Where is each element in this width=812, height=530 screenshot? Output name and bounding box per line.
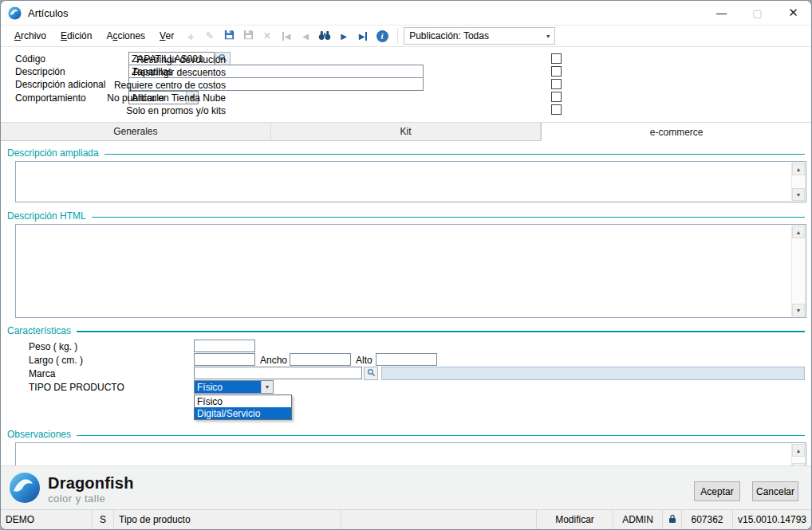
cancelar-button[interactable]: Cancelar: [752, 481, 798, 501]
first-record-icon: ◀: [282, 32, 291, 41]
scroll-up-button[interactable]: ▲: [792, 444, 805, 457]
peso-input[interactable]: [194, 340, 255, 352]
arrow-down-icon: ▼: [796, 308, 802, 313]
menu-ver[interactable]: Ver: [152, 27, 181, 45]
descripcion-ampliada-textarea[interactable]: ▲ ▼: [15, 161, 806, 202]
scrollbar[interactable]: ▲ ▼: [791, 163, 805, 201]
menu-acciones[interactable]: Acciones: [99, 27, 152, 45]
tab-kit[interactable]: Kit: [271, 123, 542, 141]
prev-record-button[interactable]: ◀: [296, 26, 315, 45]
solo-promos-kits-label: Solo en promos y/o kits: [1, 105, 226, 116]
binoculars-icon: [318, 29, 331, 43]
tipo-producto-value: Físico: [195, 381, 261, 393]
brand-block: Dragonfish color y talle: [9, 472, 134, 506]
menu-label: dición: [67, 30, 92, 41]
section-rule: [104, 154, 805, 155]
maximize-button[interactable]: ▢: [739, 1, 775, 25]
info-button[interactable]: i: [372, 26, 392, 45]
restringir-descuentos-label: Restringir descuentos: [1, 67, 226, 78]
status-mode: Modificar: [537, 510, 613, 529]
scroll-up-button[interactable]: ▲: [792, 226, 805, 238]
section-rule: [77, 331, 805, 332]
alto-input[interactable]: [376, 353, 437, 366]
delete-button[interactable]: ✕: [258, 26, 277, 45]
marca-search-button[interactable]: [364, 367, 378, 380]
save-close-button[interactable]: [238, 26, 258, 45]
search-records-button[interactable]: [315, 26, 334, 45]
scroll-up-button[interactable]: ▲: [792, 163, 805, 175]
scroll-down-button[interactable]: ▼: [792, 188, 805, 201]
observaciones-section: Observaciones: [1, 426, 811, 440]
menu-edicion[interactable]: Edición: [53, 27, 99, 45]
arrow-up-icon: ▲: [796, 167, 802, 172]
arrow-down-icon: ▼: [796, 192, 802, 198]
publication-select[interactable]: Publicación: Todas ▼: [404, 27, 555, 45]
aceptar-button[interactable]: Aceptar: [694, 481, 740, 501]
tipo-option-fisico[interactable]: Físico: [195, 395, 291, 407]
tipo-producto-dropdown: Físico Digital/Servicio: [194, 395, 292, 420]
scrollbar[interactable]: ▲ ▼: [791, 226, 805, 316]
status-record-number: 607362: [682, 510, 733, 529]
status-flag: S: [93, 510, 114, 529]
dragonfish-logo-icon: [9, 472, 41, 506]
save-disabled-icon: [242, 29, 254, 43]
no-publicar-tienda-nube-label: No publicar en Tienda Nube: [1, 92, 226, 104]
marca-input[interactable]: [194, 367, 362, 379]
caracteristicas-fields: Peso ( kg. ) Largo ( cm. ) Ancho Alto Ma…: [1, 336, 811, 426]
chevron-down-icon: ▼: [261, 381, 273, 393]
save-icon: [223, 29, 235, 43]
minimize-button[interactable]: —: [704, 1, 739, 25]
requiere-centro-costos-label: Requiere centro de costos: [1, 80, 226, 91]
descripcion-html-textarea[interactable]: ▲ ▼: [15, 224, 806, 318]
tab-generales[interactable]: Generales: [1, 123, 271, 141]
ancho-input[interactable]: [290, 353, 351, 366]
last-record-icon: ▶: [359, 32, 368, 41]
descripcion-html-label: Descripción HTML: [7, 210, 86, 222]
tab-ecommerce[interactable]: e-commerce: [541, 123, 811, 141]
last-record-button[interactable]: ▶: [353, 26, 372, 45]
restringir-devolucion-label: Restringir devolución: [1, 54, 226, 65]
ecommerce-tab-panel: Descripción ampliada ▲ ▼ Descripción HTM…: [1, 141, 811, 477]
arrow-up-icon: ▲: [796, 230, 802, 235]
descripcion-html-section: Descripción HTML: [1, 202, 811, 222]
first-record-button[interactable]: ◀: [277, 26, 296, 45]
magnifier-icon: [367, 368, 376, 379]
add-button[interactable]: +: [181, 26, 200, 45]
caracteristicas-label: Características: [7, 325, 71, 336]
scroll-down-button[interactable]: ▼: [792, 304, 805, 316]
maximize-icon: ▢: [752, 7, 762, 19]
info-icon: i: [376, 30, 388, 42]
no-publicar-tienda-nube-checkbox[interactable]: [551, 92, 562, 102]
tab-strip: Generales Kit e-commerce: [1, 122, 811, 141]
tipo-producto-label: TIPO DE PRODUCTO: [29, 382, 124, 393]
status-version: v15.0010.14793: [733, 510, 811, 529]
article-header-form: Código Descripción Descripción adicional…: [1, 47, 811, 122]
status-spacer: [341, 510, 537, 529]
descripcion-ampliada-label: Descripción ampliada: [7, 147, 99, 159]
title-bar: Artículos — ▢ ✕: [1, 1, 811, 25]
articulos-window: Artículos — ▢ ✕ Archivo Edición Acciones…: [0, 0, 812, 530]
delete-icon: ✕: [263, 31, 271, 41]
menu-label: A: [14, 30, 21, 41]
caracteristicas-section: Características: [1, 318, 811, 336]
menu-label: E: [61, 30, 67, 41]
chevron-down-icon: ▼: [542, 33, 554, 39]
publication-value: Publicación: Todas: [404, 30, 542, 41]
next-record-button[interactable]: ▶: [334, 26, 353, 45]
close-button[interactable]: ✕: [775, 1, 811, 25]
peso-label: Peso ( kg. ): [29, 341, 77, 352]
edit-button[interactable]: ✎: [200, 26, 219, 45]
menu-archivo[interactable]: Archivo: [7, 27, 53, 45]
restringir-devolucion-checkbox[interactable]: [551, 53, 562, 64]
tipo-option-digital-servicio[interactable]: Digital/Servicio: [195, 407, 291, 419]
solo-promos-kits-checkbox[interactable]: [551, 104, 562, 115]
lock-icon: [668, 514, 676, 526]
save-button[interactable]: [219, 26, 238, 45]
status-user: ADMIN: [613, 510, 663, 529]
menu-label: ciones: [117, 30, 145, 41]
tipo-producto-select[interactable]: Físico ▼: [194, 380, 274, 394]
restringir-descuentos-checkbox[interactable]: [551, 66, 562, 77]
largo-input[interactable]: [194, 353, 255, 366]
requiere-centro-costos-checkbox[interactable]: [551, 79, 562, 89]
descripcion-ampliada-section: Descripción ampliada: [1, 141, 811, 159]
